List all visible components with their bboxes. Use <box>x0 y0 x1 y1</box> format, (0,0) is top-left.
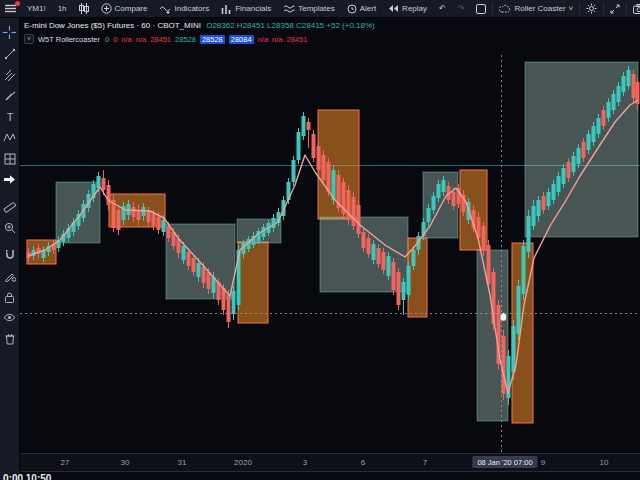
candle-body <box>537 200 541 216</box>
snapshot-button[interactable] <box>627 0 640 18</box>
interval-button[interactable]: 1h <box>52 0 73 18</box>
candle-body <box>207 272 211 289</box>
candle-body <box>197 263 201 277</box>
candle-body <box>357 205 361 234</box>
alert-button[interactable]: Alert <box>341 0 382 18</box>
redo-button[interactable]: ↷ <box>452 0 471 18</box>
candle-body <box>542 196 546 210</box>
tool-pitchfork[interactable] <box>1 64 19 85</box>
tool-text[interactable]: T <box>1 106 19 127</box>
indicators-button[interactable]: Indicators <box>153 0 215 18</box>
symbol-legend-row[interactable]: E-mini Dow Jones ($5) Futures · 60 · CBO… <box>24 21 375 30</box>
compare-plus-icon <box>101 3 112 14</box>
candle-body <box>312 134 316 158</box>
tool-arrow[interactable] <box>1 169 19 190</box>
candle-body <box>157 217 161 230</box>
candle-body <box>192 258 196 272</box>
tool-brush[interactable] <box>1 85 19 106</box>
candle-body <box>292 160 296 182</box>
chart-style-button[interactable] <box>73 0 95 18</box>
candle-body <box>107 185 111 205</box>
indicator-legend-row[interactable]: ˅ W5T Rollercoaster 00n/an/a284512852828… <box>24 34 375 44</box>
candle-body <box>612 94 616 110</box>
crosshair-icon <box>3 26 16 39</box>
candle-body <box>427 208 431 222</box>
indicator-value: 28451 <box>150 35 171 44</box>
candle-body <box>102 178 106 190</box>
candle-body <box>567 162 571 178</box>
candle-body <box>562 168 566 184</box>
candle-body <box>512 326 516 372</box>
drawing-mode-icon <box>4 270 16 282</box>
indicator-collapse-caret[interactable]: ˅ <box>24 34 34 44</box>
tool-remove-all[interactable] <box>1 328 19 349</box>
indicator-values: 00n/an/a28451285282852828084n/an/a28451 <box>105 35 311 44</box>
indicator-value: 28528 <box>175 35 196 44</box>
candle-body <box>622 76 626 92</box>
candle-body <box>577 148 581 164</box>
chart-legend: E-mini Dow Jones ($5) Futures · 60 · CBO… <box>24 21 375 44</box>
select-layout-button[interactable] <box>470 0 492 18</box>
tool-zoom-in[interactable] <box>1 217 19 238</box>
indicator-value: 28451 <box>287 35 308 44</box>
magnet-icon <box>4 249 16 261</box>
candle-body <box>147 211 151 222</box>
time-axis-label: 27 <box>61 458 70 467</box>
compare-button[interactable]: Compare <box>95 0 154 18</box>
templates-button[interactable]: Templates <box>277 0 340 18</box>
xabcd-pattern-icon <box>3 132 16 143</box>
lock-all-icon <box>4 291 15 303</box>
gear-icon <box>586 3 597 14</box>
tool-drawing-mode[interactable] <box>1 265 19 286</box>
candle-body <box>362 232 366 248</box>
replay-rewind-icon <box>388 4 399 13</box>
tool-trend-line[interactable] <box>1 43 19 64</box>
candle-body <box>167 226 171 238</box>
tool-hide-all[interactable] <box>1 307 19 328</box>
candle-body <box>142 207 146 216</box>
candle-body <box>162 220 166 232</box>
financials-icon <box>221 4 232 14</box>
candle-body <box>532 206 536 226</box>
clock-partial-text: 0:00 10:50 <box>3 473 51 480</box>
candle-body <box>597 118 601 134</box>
indicator-value: 0 <box>105 35 109 44</box>
tool-forecast[interactable] <box>1 148 19 169</box>
financials-button[interactable]: Financials <box>215 0 277 18</box>
candle-body <box>307 122 311 130</box>
time-axis-label: 30 <box>121 458 130 467</box>
candle-body <box>557 176 561 192</box>
forecast-icon <box>4 153 16 165</box>
tool-lock-all[interactable] <box>1 286 19 307</box>
candle-body <box>132 207 136 217</box>
candle-body <box>587 134 591 150</box>
candle-body <box>582 142 586 158</box>
candle-body <box>482 226 486 250</box>
symbol-button[interactable]: YM1! <box>21 0 52 18</box>
time-axis-label: 7 <box>423 458 427 467</box>
tool-xabcd-pattern[interactable] <box>1 127 19 148</box>
chart-properties-button[interactable] <box>580 0 603 18</box>
candle-body <box>502 336 506 394</box>
indicator-value: 28528 <box>200 35 225 44</box>
camera-icon <box>633 4 640 14</box>
alert-clock-icon <box>347 4 357 14</box>
price-chart[interactable] <box>0 0 640 480</box>
cloud-layout-button[interactable]: Roller Coaster ˅ <box>493 0 579 18</box>
undo-button[interactable]: ↶ <box>433 0 452 18</box>
candle-body <box>367 238 371 254</box>
tool-ruler[interactable] <box>1 196 19 217</box>
main-menu-button[interactable] <box>0 0 21 18</box>
candle-body <box>272 218 276 228</box>
tool-magnet[interactable] <box>1 244 19 265</box>
candle-body <box>302 116 306 136</box>
candle-body <box>552 184 556 200</box>
brush-icon <box>4 90 16 102</box>
candle-body <box>97 176 101 188</box>
fullscreen-button[interactable] <box>604 0 626 18</box>
candle-body <box>382 252 386 270</box>
time-axis[interactable]: 273031202036791008 Jan '20 07:00 <box>20 453 640 472</box>
tool-crosshair[interactable] <box>1 22 19 43</box>
replay-button[interactable]: Replay <box>382 0 433 18</box>
time-axis-label: 31 <box>178 458 187 467</box>
